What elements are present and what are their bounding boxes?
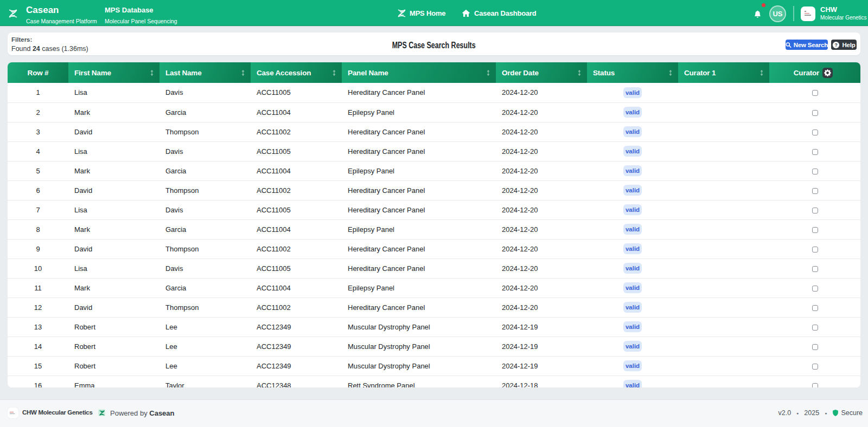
svg-text:?: ?: [835, 42, 838, 48]
